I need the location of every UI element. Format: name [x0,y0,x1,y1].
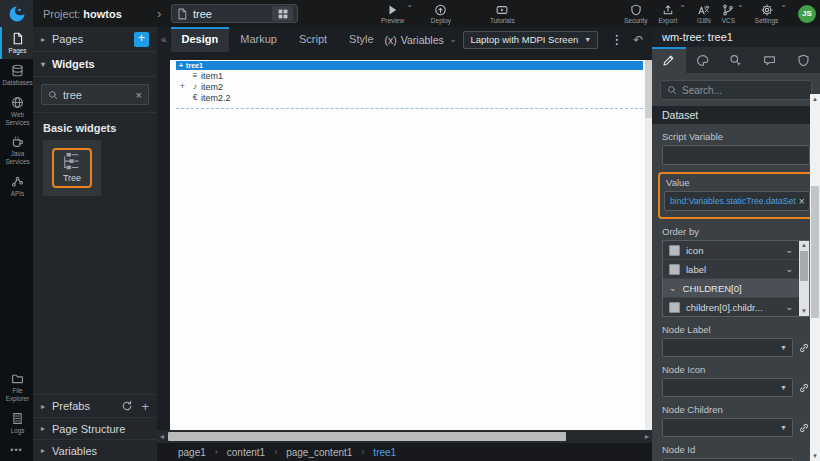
breadcrumb-page-content1[interactable]: page_content1 [286,447,352,458]
variables-dropdown[interactable]: (x) Variables ⌄ [385,34,457,46]
prefabs-section-header[interactable]: ▸ Prefabs + [33,395,157,417]
page-search-box[interactable]: tree [171,4,298,23]
panel-scrollbar-thumb[interactable] [811,186,819,318]
chevron-down-icon[interactable]: ⌄ [785,264,793,274]
i18n-button[interactable]: I18N [697,0,711,27]
security-button[interactable]: Security [624,0,647,27]
rail-item-databases[interactable]: Databases [0,59,33,91]
node-label-select[interactable]: ▼ [662,338,793,357]
canvas-vertical-scrollbar[interactable] [645,60,652,430]
refresh-prefabs-icon[interactable] [121,400,133,412]
gear-icon [761,4,773,16]
rail-item-apis[interactable]: APIs [0,170,33,202]
undo-icon[interactable]: ↶ [628,33,648,47]
clear-search-icon[interactable]: × [136,89,142,101]
widget-search-input[interactable]: tree × [41,84,149,105]
tab-styles[interactable] [686,47,720,73]
tab-design[interactable]: Design [171,27,230,52]
order-by-scrollbar[interactable]: ▲ ▼ [799,241,809,316]
rail-item-web-services[interactable]: Web Services [0,91,33,131]
export-chevron-icon[interactable]: ⌄ [679,0,686,9]
breadcrumb-page1[interactable]: page1 [178,447,206,458]
scroll-up-icon[interactable]: ▲ [799,241,809,250]
tab-properties[interactable] [652,47,686,73]
user-avatar[interactable]: JS [798,5,816,23]
checkbox[interactable] [669,245,680,256]
pages-section-header[interactable]: ▸ Pages + [33,27,157,52]
order-by-list: icon ⌄ label ⌄ ⌄ CHILDREN[0] children[0]… [662,240,810,317]
canvas-vertical-scrollbar-thumb[interactable] [645,60,652,118]
wavemaker-logo[interactable] [0,0,33,27]
tree-root-row[interactable]: + tree1 [176,61,643,70]
tab-script[interactable]: Script [288,27,338,52]
dataset-section-header[interactable]: Dataset [652,106,820,124]
canvas-horizontal-scrollbar[interactable]: ◄ ► [157,430,652,443]
breadcrumb-tree1[interactable]: tree1 [373,447,396,458]
tutorials-button[interactable]: Tutorials [490,0,515,27]
tree-widget-card[interactable]: Tree [43,140,101,196]
add-prefab-icon[interactable]: + [141,399,149,414]
add-page-button[interactable]: + [134,32,149,47]
scroll-down-icon[interactable]: ▼ [799,307,809,316]
preview-button[interactable]: Preview [381,0,404,27]
tree-item-row[interactable]: + ♪ item2 [176,81,643,92]
canvas-more-icon[interactable]: ⋮ [605,32,628,47]
breadcrumb-content1[interactable]: content1 [227,447,265,458]
order-by-row-icon[interactable]: icon ⌄ [663,241,799,260]
move-icon[interactable]: + [179,62,183,69]
scroll-down-icon[interactable]: ▼ [810,451,820,461]
settings-chevron-icon[interactable]: ⌄ [780,0,787,9]
node-icon-select[interactable]: ▼ [662,378,793,397]
design-canvas[interactable]: + tree1 ≡ item1 + ♪ item2 € item2.2 [170,60,652,430]
widget-search-value[interactable]: tree [63,89,131,101]
variables-section-header[interactable]: ▸ Variables [33,439,157,461]
rail-item-logs[interactable]: Logs [0,407,33,439]
clear-binding-icon[interactable]: × [799,196,805,207]
page-search-value[interactable]: tree [193,8,267,20]
bind-link-icon[interactable] [798,382,810,394]
export-button[interactable]: Export [658,0,677,27]
properties-search-input[interactable]: Search... [660,80,812,100]
vcs-chevron-icon[interactable]: ⌄ [737,0,744,9]
rail-item-pages[interactable]: Pages [0,27,33,59]
chevron-down-icon[interactable]: ⌄ [785,245,793,255]
collapse-left-icon[interactable]: « [157,34,171,45]
expander-plus-icon[interactable]: + [176,82,189,91]
deploy-button[interactable]: Deploy [431,0,451,27]
order-by-scrollbar-thumb[interactable] [800,251,808,281]
value-input[interactable]: bind:Variables.staticTree.dataSet × [664,191,810,211]
panel-scrollbar[interactable]: ▲ ▼ [810,94,820,461]
order-by-row-label[interactable]: label ⌄ [663,260,799,279]
scroll-up-icon[interactable]: ▲ [810,94,820,104]
tab-style[interactable]: Style [338,27,384,52]
tab-markup[interactable]: Markup [229,27,288,52]
device-selector[interactable]: Laptop with MDPI Screen ▼ [463,31,598,49]
tree-item-row[interactable]: ≡ item1 [176,70,643,81]
grid-view-icon[interactable] [272,6,293,21]
tree-item-row[interactable]: € item2.2 [176,92,643,103]
settings-button[interactable]: Settings [755,0,779,27]
node-children-select[interactable]: ▼ [662,418,793,437]
bind-link-icon[interactable] [798,342,810,354]
scroll-right-icon[interactable]: ► [642,430,652,443]
rail-more-button[interactable]: ••• [0,439,33,461]
page-structure-section-header[interactable]: ▸ Page Structure [33,417,157,439]
script-variable-input[interactable] [662,145,810,165]
tab-messages[interactable] [753,47,787,73]
bind-link-icon[interactable] [798,422,810,434]
order-by-group-children[interactable]: ⌄ CHILDREN[0] [663,279,799,298]
widgets-section-header[interactable]: ▾ Widgets [33,52,157,77]
preview-chevron-icon[interactable]: ⌄ [406,0,413,9]
scroll-left-icon[interactable]: ◄ [157,430,167,443]
order-by-row-children-child[interactable]: children[0].childr... ⌄ [663,298,799,317]
tab-events[interactable] [719,47,753,73]
vcs-button[interactable]: VCS [722,0,735,27]
rail-item-java-services[interactable]: Java Services [0,130,33,170]
rail-item-file-explorer[interactable]: File Explorer [0,367,33,407]
checkbox[interactable] [669,264,680,275]
tab-security[interactable] [786,47,820,73]
canvas-horizontal-scrollbar-thumb[interactable] [168,432,566,441]
tree-widget[interactable]: + tree1 ≡ item1 + ♪ item2 € item2.2 [176,61,643,103]
chevron-down-icon[interactable]: ⌄ [785,302,793,312]
checkbox[interactable] [669,302,680,313]
